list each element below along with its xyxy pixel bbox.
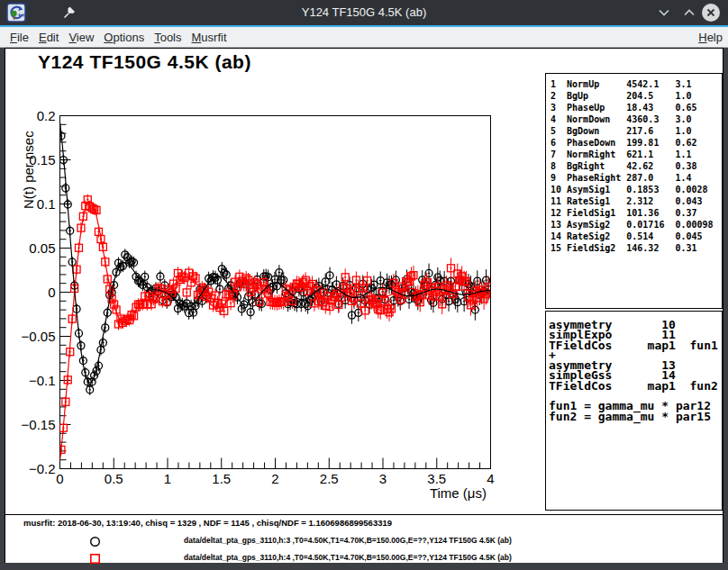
svg-text:−0.05: −0.05 [22, 329, 56, 344]
menu-item-file[interactable]: File [9, 31, 30, 44]
menu-item-edit[interactable]: Edit [38, 31, 59, 44]
svg-text:4: 4 [487, 471, 494, 486]
theory-panel: asymmetry 10 simplExpo 11 TFieldCos map1… [545, 311, 723, 511]
svg-text:3.5: 3.5 [427, 471, 446, 486]
svg-text:0.05: 0.05 [29, 240, 55, 256]
x-axis-title: Time (μs) [430, 485, 487, 501]
theory-curve-series-2 [60, 201, 491, 460]
svg-text:−0.2: −0.2 [29, 461, 56, 476]
fit-parameters-panel: 1 NormUp 4542.1 3.1 2 BgUp 204.5 1.0 3 P… [545, 73, 723, 309]
menubar: FileEditViewOptionsToolsMusrfit Help [0, 27, 728, 48]
legend-marker-circle [89, 535, 101, 547]
asymmetry-plot[interactable]: 00.511.522.533.540.20.150.10.050−0.05−0.… [5, 49, 510, 514]
menu-item-musrfit[interactable]: Musrfit [191, 31, 228, 44]
menu-item-tools[interactable]: Tools [153, 31, 182, 44]
svg-text:0: 0 [48, 285, 55, 300]
maximize-button[interactable] [682, 6, 696, 19]
fit-status-line: musrfit: 2018-06-30, 13:19:40, chisq = 1… [23, 518, 392, 528]
svg-text:2: 2 [271, 471, 278, 486]
svg-text:2.5: 2.5 [320, 471, 339, 486]
menu-item-options[interactable]: Options [103, 31, 145, 44]
footer-separator [5, 514, 723, 515]
y-axis-title: N(t) per nsec [21, 131, 36, 209]
svg-text:1: 1 [164, 471, 171, 486]
minimize-button[interactable] [657, 6, 671, 19]
theory-curve-series-1 [60, 122, 491, 383]
theory-text: asymmetry 10 simplExpo 11 TFieldCos map1… [546, 312, 722, 421]
svg-text:0.5: 0.5 [105, 471, 123, 486]
legend-entry-1: data/deltat_pta_gps_3110,h:3 ,T0=4.50K,T… [184, 536, 512, 545]
svg-text:−0.15: −0.15 [22, 417, 56, 432]
menu-item-help[interactable]: Help [697, 31, 723, 44]
fit-parameters-text: 1 NormUp 4542.1 3.1 2 BgUp 204.5 1.0 3 P… [546, 74, 722, 254]
svg-text:0.2: 0.2 [37, 108, 56, 123]
menu-item-view[interactable]: View [68, 31, 95, 44]
app-window: ++ Y124 TF150G 4.5K (ab) FileEditViewOpt… [0, 0, 728, 570]
titlebar[interactable]: ++ Y124 TF150G 4.5K (ab) [0, 0, 728, 25]
svg-text:1.5: 1.5 [212, 471, 231, 486]
window-title: Y124 TF150G 4.5K (ab) [0, 0, 728, 25]
series-2-points [58, 195, 492, 456]
legend-marker-square [89, 552, 101, 564]
close-button[interactable] [701, 3, 721, 23]
svg-text:0.1: 0.1 [37, 196, 56, 212]
legend-entry-2: data/deltat_pta_gps_3110,h:4 ,T0=4.50K,T… [184, 553, 512, 562]
svg-text:−0.1: −0.1 [29, 373, 56, 388]
svg-text:0: 0 [56, 471, 63, 486]
svg-text:3: 3 [379, 471, 387, 486]
root-canvas[interactable]: Y124 TF150G 4.5K (ab) 00.511.522.533.540… [5, 48, 723, 563]
